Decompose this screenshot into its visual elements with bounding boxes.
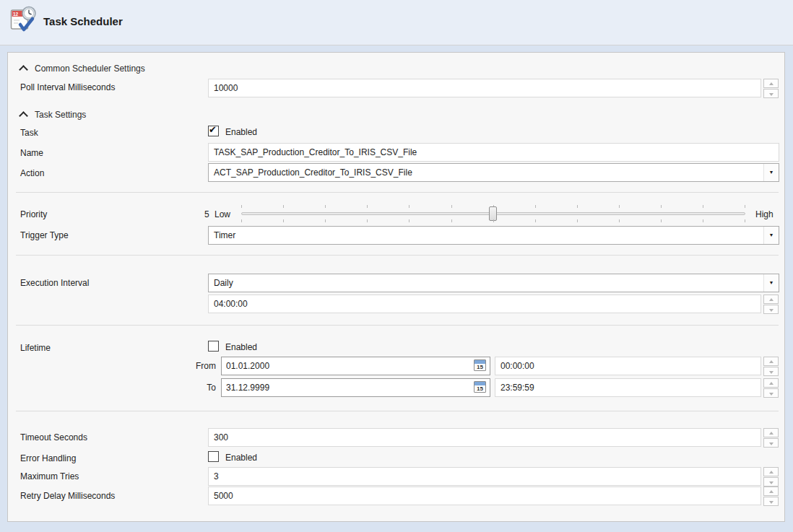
retry-delay-stepper	[763, 487, 779, 506]
action-label: Action	[20, 168, 44, 178]
calendar-icon[interactable]: 15	[473, 381, 488, 393]
retry-delay-label: Retry Delay Milliseconds	[20, 491, 115, 501]
error-handling-label: Error Handling	[20, 453, 76, 463]
timeout-seconds-stepper	[763, 428, 779, 448]
stepper-up-icon[interactable]	[763, 79, 779, 88]
execution-interval-selected-value: Daily	[214, 274, 233, 292]
lifetime-from-time-stepper	[763, 357, 779, 376]
lifetime-enabled-checkbox-label: Enabled	[225, 342, 257, 352]
lifetime-from-label: From	[180, 361, 216, 371]
priority-low-label: Low	[214, 209, 230, 219]
poll-interval-label: Poll Interval Milliseconds	[20, 82, 115, 92]
priority-high-label: High	[755, 209, 774, 219]
lifetime-from-date-field: 15	[221, 357, 490, 375]
lifetime-to-label: To	[180, 383, 216, 393]
calendar-day-number: 15	[474, 385, 486, 392]
task-label: Task	[20, 128, 38, 138]
slider-ticks-bottom	[241, 219, 745, 222]
execution-time-stepper	[763, 295, 779, 314]
trigger-type-label: Trigger Type	[20, 230, 69, 240]
stepper-up-icon[interactable]	[763, 487, 779, 496]
retry-delay-input[interactable]	[208, 487, 761, 505]
error-handling-enabled-checkbox[interactable]: ✔	[208, 451, 219, 462]
stepper-down-icon[interactable]	[763, 438, 779, 448]
maximum-tries-label: Maximum Tries	[20, 471, 79, 481]
calendar-day-number: 15	[474, 364, 486, 370]
chevron-down-icon[interactable]: ▼	[763, 164, 779, 181]
stepper-up-icon[interactable]	[763, 378, 779, 388]
stepper-up-icon[interactable]	[763, 428, 779, 437]
scheduler-settings-panel: Common Scheduler Settings Poll Interval …	[7, 52, 785, 522]
page-title: Task Scheduler	[43, 15, 123, 27]
stepper-up-icon[interactable]	[763, 467, 779, 476]
section-header-common-scheduler-settings[interactable]: Common Scheduler Settings	[20, 61, 145, 74]
task-enabled-checkbox-label: Enabled	[225, 127, 257, 137]
trigger-type-select[interactable]: Timer ▼	[208, 226, 779, 245]
task-name-input[interactable]	[208, 143, 779, 162]
priority-value: 5	[204, 209, 209, 219]
priority-slider[interactable]	[241, 205, 745, 222]
slider-thumb[interactable]	[489, 206, 497, 221]
lifetime-to-date-input[interactable]	[222, 379, 472, 396]
stepper-down-icon[interactable]	[763, 477, 779, 487]
section-header-task-settings[interactable]: Task Settings	[20, 108, 86, 121]
execution-interval-select[interactable]: Daily ▼	[208, 274, 779, 292]
calendar-icon[interactable]: 15	[473, 359, 488, 372]
timeout-seconds-label: Timeout Seconds	[20, 432, 87, 442]
svg-text:12: 12	[13, 12, 19, 17]
priority-label: Priority	[20, 209, 47, 219]
stepper-down-icon[interactable]	[763, 497, 779, 506]
section-title: Common Scheduler Settings	[35, 64, 145, 74]
name-label: Name	[20, 148, 43, 158]
stepper-up-icon[interactable]	[763, 357, 779, 366]
separator	[16, 411, 779, 411]
error-handling-enabled-checkbox-label: Enabled	[225, 453, 257, 463]
stepper-down-icon[interactable]	[763, 89, 779, 98]
separator	[16, 192, 779, 193]
lifetime-to-time-stepper	[763, 378, 779, 398]
separator	[16, 255, 779, 256]
stepper-down-icon[interactable]	[763, 305, 779, 314]
lifetime-from-date-input[interactable]	[222, 357, 472, 375]
stepper-up-icon[interactable]	[763, 295, 779, 304]
timeout-seconds-input[interactable]	[208, 428, 761, 447]
poll-interval-input[interactable]	[208, 79, 761, 97]
separator	[16, 325, 779, 326]
trigger-type-selected-value: Timer	[214, 227, 235, 244]
maximum-tries-input[interactable]	[208, 467, 761, 486]
lifetime-label: Lifetime	[20, 343, 51, 353]
chevron-down-icon[interactable]: ▼	[763, 227, 779, 244]
checkmark-icon: ✔	[209, 124, 217, 135]
lifetime-to-date-field: 15	[221, 378, 490, 397]
stepper-down-icon[interactable]	[763, 388, 779, 398]
action-select[interactable]: ACT_SAP_Production_Creditor_To_IRIS_CSV_…	[208, 163, 779, 182]
chevron-up-icon	[19, 111, 28, 121]
lifetime-enabled-checkbox[interactable]: ✔	[208, 341, 219, 352]
app-header: 12 Task Scheduler	[0, 0, 793, 45]
execution-interval-label: Execution Interval	[20, 278, 89, 288]
task-scheduler-icon: 12	[10, 5, 36, 32]
lifetime-to-time-input[interactable]	[495, 378, 761, 397]
chevron-up-icon	[19, 65, 28, 74]
maximum-tries-stepper	[763, 467, 779, 487]
execution-time-input[interactable]	[208, 295, 761, 313]
lifetime-from-time-input[interactable]	[495, 357, 761, 375]
action-selected-value: ACT_SAP_Production_Creditor_To_IRIS_CSV_…	[214, 164, 412, 181]
chevron-down-icon[interactable]: ▼	[763, 274, 779, 292]
stepper-down-icon[interactable]	[763, 367, 779, 376]
poll-interval-stepper	[763, 79, 779, 98]
task-enabled-checkbox[interactable]: ✔	[208, 126, 219, 136]
section-title: Task Settings	[35, 110, 86, 120]
